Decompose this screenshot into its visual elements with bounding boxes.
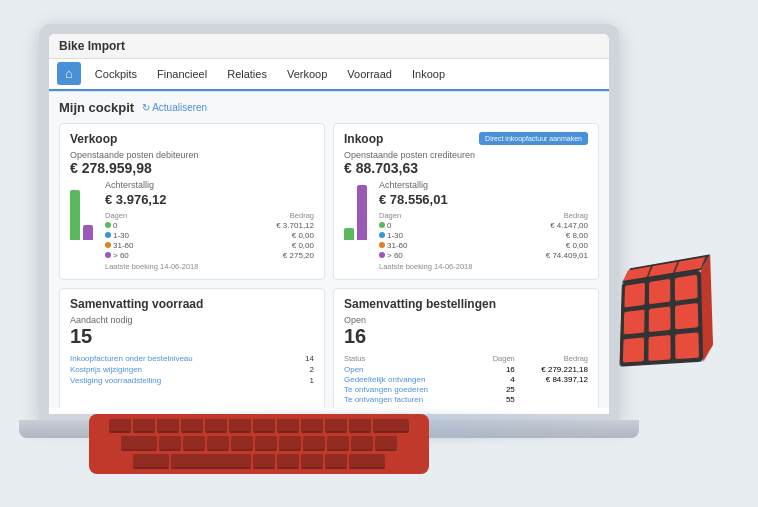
bar-purple <box>83 225 93 240</box>
app-title-bar: Bike Import <box>49 34 609 59</box>
key <box>253 419 275 434</box>
nav-item-voorraad[interactable]: Voorraad <box>337 58 402 90</box>
svg-rect-2 <box>649 278 670 304</box>
bestellingen-table: Status Dagen Bedrag Open 16 € 279.221,18… <box>344 354 588 404</box>
key-row-2 <box>94 436 424 451</box>
key-row-3 <box>94 454 424 469</box>
key <box>207 436 229 451</box>
days-header-label: Dagen <box>105 211 127 220</box>
key <box>133 419 155 434</box>
nav-item-relaties[interactable]: Relaties <box>217 58 277 90</box>
inkoop-achterstallig-label: Achterstallig <box>379 180 588 190</box>
bedrag-header-label: Bedrag <box>290 211 314 220</box>
inkoop-header: Inkoop Direct inkoopfactuur aanmaken <box>344 132 588 150</box>
inkoop-achterstallig: Achterstallig € 78.556,01 Dagen Bedrag 0… <box>379 180 588 271</box>
page-title: Mijn cockpit <box>59 100 134 115</box>
nav-item-financieel[interactable]: Financieel <box>147 58 217 90</box>
key-space <box>171 454 251 469</box>
key <box>303 436 325 451</box>
key <box>205 419 227 434</box>
key <box>109 419 131 434</box>
key <box>157 419 179 434</box>
voorraad-title: Samenvatting voorraad <box>70 297 314 311</box>
key-row-1 <box>94 419 424 434</box>
verkoop-laatste-boeking: Laatste boeking 14-06-2018 <box>105 262 314 271</box>
laptop-screen: Bike Import ⌂ Cockpits Financieel Relati… <box>49 34 609 414</box>
svg-rect-4 <box>624 309 645 334</box>
nav-home-button[interactable]: ⌂ <box>57 62 81 85</box>
key <box>277 454 299 469</box>
inkoop-achterstallig-value: € 78.556,01 <box>379 192 588 207</box>
verkoop-days-table: Dagen Bedrag 0€ 3.701,12 1-30€ 0,00 31-6… <box>105 211 314 271</box>
svg-rect-9 <box>675 332 699 359</box>
bestellingen-open-value: 16 <box>344 325 588 348</box>
bestellingen-header: Status Dagen Bedrag <box>344 354 588 363</box>
nav-item-verkoop[interactable]: Verkoop <box>277 58 337 90</box>
verkoop-achterstallig-value: € 3.976,12 <box>105 192 314 207</box>
key-backspace <box>373 419 409 434</box>
inkoop-card: Inkoop Direct inkoopfactuur aanmaken Ope… <box>333 123 599 280</box>
page-content: Mijn cockpit ↻ Actualiseren Verkoop Open… <box>49 92 609 408</box>
inkoop-bar-purple <box>357 185 367 240</box>
page-title-row: Mijn cockpit ↻ Actualiseren <box>59 100 599 115</box>
aandacht-label: Aandacht nodig <box>70 315 314 325</box>
key-tab <box>121 436 157 451</box>
bestelling-row-2: Te ontvangen goederen 25 <box>344 385 588 394</box>
nav-item-inkoop[interactable]: Inkoop <box>402 58 455 90</box>
app-title: Bike Import <box>59 39 125 53</box>
bestellingen-card: Samenvatting bestellingen Open 16 Status… <box>333 288 599 408</box>
bar-green <box>70 190 80 240</box>
rubiks-cube <box>615 248 719 369</box>
key <box>181 419 203 434</box>
verkoop-achterstallig-label: Achterstallig <box>105 180 314 190</box>
bestelling-row-3: Te ontvangen facturen 55 <box>344 395 588 404</box>
key <box>375 436 397 451</box>
factuur-button[interactable]: Direct inkoopfactuur aanmaken <box>479 132 588 145</box>
keyboard <box>89 414 429 474</box>
svg-rect-8 <box>648 334 670 360</box>
scene: Bike Import ⌂ Cockpits Financieel Relati… <box>39 24 719 484</box>
voorraad-item-1: Kostprijs wijzigingen 2 <box>70 365 314 374</box>
key <box>159 436 181 451</box>
app-header: Bike Import ⌂ Cockpits Financieel Relati… <box>49 34 609 92</box>
svg-rect-1 <box>624 282 645 307</box>
verkoop-openstaand-value: € 278.959,98 <box>70 160 314 176</box>
svg-rect-5 <box>649 306 671 332</box>
refresh-icon: ↻ <box>142 102 150 113</box>
key <box>231 436 253 451</box>
key <box>351 436 373 451</box>
bestellingen-open-label: Open <box>344 315 588 325</box>
inkoop-bar-chart <box>344 180 367 240</box>
refresh-label: Actualiseren <box>152 102 207 113</box>
key <box>301 454 323 469</box>
bestelling-row-1: Gedeeltelijk ontvangen 4 € 84.397,12 <box>344 375 588 384</box>
voorraad-item-0: Inkoopfacturen onder bestelniveau 14 <box>70 354 314 363</box>
key <box>349 419 371 434</box>
refresh-button[interactable]: ↻ Actualiseren <box>142 102 207 113</box>
key-shift <box>133 454 169 469</box>
bestelling-row-0: Open 16 € 279.221,18 <box>344 365 588 374</box>
verkoop-openstaand-label: Openstaande posten debiteuren <box>70 150 314 160</box>
key <box>327 436 349 451</box>
laptop-frame: Bike Import ⌂ Cockpits Financieel Relati… <box>39 24 619 424</box>
key <box>279 436 301 451</box>
key <box>301 419 323 434</box>
key-enter <box>349 454 385 469</box>
key <box>253 454 275 469</box>
key <box>229 419 251 434</box>
nav-item-cockpits[interactable]: Cockpits <box>85 58 147 90</box>
voorraad-item-2: Vestiging voorraadstelling 1 <box>70 376 314 385</box>
inkoop-title: Inkoop <box>344 132 383 146</box>
inkoop-bar-blue <box>344 228 354 240</box>
key <box>277 419 299 434</box>
dashboard-grid: Verkoop Openstaande posten debiteuren € … <box>59 123 599 408</box>
verkoop-achterstallig: Achterstallig € 3.976,12 Dagen Bedrag 0€… <box>105 180 314 271</box>
svg-rect-6 <box>675 302 698 329</box>
key <box>325 454 347 469</box>
verkoop-bar-chart <box>70 180 93 240</box>
verkoop-title: Verkoop <box>70 132 314 146</box>
keyboard-body <box>89 414 429 474</box>
key <box>255 436 277 451</box>
bestellingen-title: Samenvatting bestellingen <box>344 297 588 311</box>
inkoop-days-table: Dagen Bedrag 0€ 4.147,00 1-30€ 8,00 31-6… <box>379 211 588 271</box>
